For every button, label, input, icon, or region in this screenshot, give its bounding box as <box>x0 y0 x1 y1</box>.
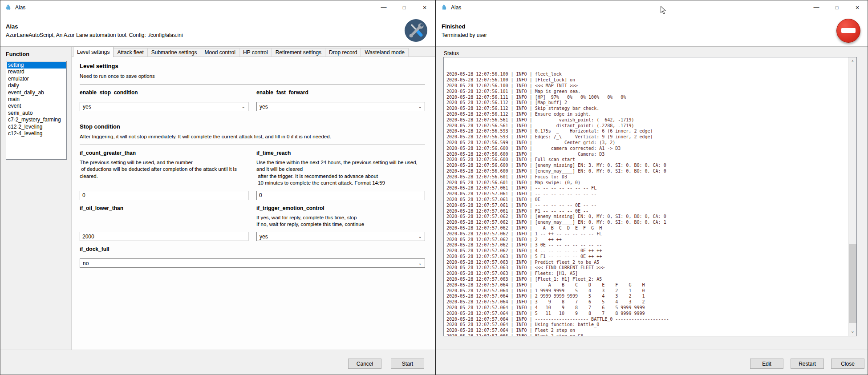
log-line: 2020-05-28 12:07:57.064 | INFO | 4 10 9 … <box>446 305 848 311</box>
tab[interactable]: Level settings <box>73 47 114 57</box>
log-line: 2020-05-28 12:07:57.066 | INFO | Fleet_2… <box>446 334 848 336</box>
log-line: 2020-05-28 12:07:57.063 | INFO | Fleets:… <box>446 271 848 277</box>
maximize-button[interactable]: □ <box>394 0 414 15</box>
if-oil-lower-than-input[interactable] <box>80 232 248 241</box>
field-row: enable_stop_condition yes ⌄ enable_fast_… <box>80 85 425 111</box>
tab[interactable]: Retirement settings <box>272 48 325 56</box>
enable-stop-condition-select[interactable]: yes ⌄ <box>80 102 248 111</box>
window-controls: — □ ✕ <box>373 0 435 15</box>
log-scrollbar[interactable]: ˄ ˅ <box>848 57 856 336</box>
list-item[interactable]: c7-2_mystery_farming <box>7 117 66 123</box>
scroll-down-icon[interactable]: ˅ <box>849 328 856 336</box>
scrollbar-thumb[interactable] <box>849 244 856 323</box>
tab[interactable]: Submarine settings <box>147 48 201 56</box>
selected-value: no <box>83 260 89 266</box>
maximize-button[interactable]: □ <box>827 0 847 15</box>
close-icon: ✕ <box>422 5 426 11</box>
tab[interactable]: Mood control <box>201 48 239 56</box>
log-line: 2020-05-28 12:07:57.062 | INFO | 1 -- ++… <box>446 231 848 237</box>
tab[interactable]: Drop record <box>325 48 361 56</box>
field-row: if_oil_lower_than if_trigger_emotion_con… <box>80 200 425 242</box>
if-time-reach-input[interactable] <box>256 191 425 200</box>
stop-bar <box>841 28 855 32</box>
list-item[interactable]: semi_auto <box>7 110 66 117</box>
restart-button[interactable]: Restart <box>791 359 824 369</box>
log-line: 2020-05-28 12:07:56.112 | INFO | [Map_bu… <box>446 100 848 106</box>
alas-status-window: Alas — □ ✕ Finished Terminated by user S… <box>436 0 868 375</box>
log-line: 2020-05-28 12:07:56.593 | INFO | 0.175s … <box>446 129 848 134</box>
list-item[interactable]: main <box>7 96 66 103</box>
list-item[interactable]: setting <box>7 62 66 69</box>
list-item[interactable]: c12-2_leveling <box>7 124 66 130</box>
section-subtitle-stop-condition: After triggering, it will not stop immed… <box>80 134 425 139</box>
tab-bar: Level settingsAttack fleetSubmarine sett… <box>72 47 435 57</box>
scroll-up-icon[interactable]: ˄ <box>849 57 856 65</box>
alas-logo-icon <box>440 4 447 11</box>
log-line: 2020-05-28 12:07:56.600 | INFO | Camera:… <box>446 152 848 157</box>
field-label-if-dock-full: if_dock_full <box>80 246 425 252</box>
close-button[interactable]: ✕ <box>414 0 435 15</box>
tab-panel-level-settings: Level settings Need to run once to save … <box>72 57 435 350</box>
window-title: Alas <box>451 4 461 11</box>
log-output[interactable]: 2020-05-28 12:07:56.100 | INFO | fleet_l… <box>443 57 857 336</box>
section-subtitle-level-settings: Need to run once to save options <box>80 73 425 79</box>
log-lines: 2020-05-28 12:07:56.100 | INFO | fleet_l… <box>446 57 848 336</box>
log-line: 2020-05-28 12:07:57.064 | INFO | 3 9 8 7… <box>446 299 848 305</box>
cancel-button[interactable]: Cancel <box>348 359 381 369</box>
close-button[interactable]: ✕ <box>847 0 868 15</box>
close-action-button[interactable]: Close <box>831 359 864 369</box>
list-item[interactable]: event_daily_ab <box>7 89 66 96</box>
list-item[interactable]: c12-4_leveling <box>7 130 66 137</box>
minimize-button[interactable]: — <box>806 0 827 15</box>
if-count-greater-than-input[interactable] <box>80 191 248 200</box>
scrollbar-track[interactable] <box>849 65 856 328</box>
log-line: 2020-05-28 12:07:56.600 | INFO | camera … <box>446 146 848 152</box>
run-state-subtitle: Terminated by user <box>442 32 487 38</box>
log-line: 2020-05-28 12:07:56.599 | INFO | Center … <box>446 140 848 146</box>
tab[interactable]: Wasteland mode <box>361 48 409 56</box>
list-item[interactable]: emulator <box>7 76 66 82</box>
log-line: 2020-05-28 12:07:57.064 | INFO | 5 11 10… <box>446 311 848 317</box>
log-line: 2020-05-28 12:07:57.064 | INFO | Using f… <box>446 322 848 328</box>
list-item[interactable]: daily <box>7 82 66 89</box>
status-main: Status 2020-05-28 12:07:56.100 | INFO | … <box>436 47 868 350</box>
enable-fast-forward-select[interactable]: yes ⌄ <box>256 102 425 111</box>
function-label: Function <box>6 51 67 57</box>
field-row: if_count_greater_than The previous setti… <box>80 145 425 200</box>
selected-value: yes <box>260 104 268 110</box>
edit-button[interactable]: Edit <box>750 359 783 369</box>
chevron-down-icon: ⌄ <box>418 234 422 239</box>
field-label-if-oil-lower-than: if_oil_lower_than <box>80 205 248 211</box>
start-button[interactable]: Start <box>391 359 424 369</box>
desktop: Alas — □ ✕ Alas AzurLaneAutoScript, An A… <box>0 0 868 375</box>
log-line: 2020-05-28 12:07:56.601 | INFO | Map swi… <box>446 180 848 186</box>
if-dock-full-select[interactable]: no ⌄ <box>80 258 425 268</box>
list-item[interactable]: event <box>7 103 66 109</box>
tab[interactable]: Attack fleet <box>113 48 147 56</box>
log-line: 2020-05-28 12:07:56.561 | INFO | vanish_… <box>446 117 848 123</box>
log-line: 2020-05-28 12:07:57.062 | INFO | 2 -- ++… <box>446 237 848 243</box>
log-line: 2020-05-28 12:07:57.061 | INFO | -- -- -… <box>446 191 848 197</box>
titlebar[interactable]: Alas — □ ✕ <box>0 0 435 15</box>
log-line: 2020-05-28 12:07:57.064 | INFO | 2 9999 … <box>446 294 848 299</box>
window-controls: — □ ✕ <box>806 0 868 15</box>
alas-logo-icon <box>4 4 12 11</box>
maximize-icon: □ <box>836 5 839 10</box>
log-line: 2020-05-28 12:07:57.063 | INFO | Predict… <box>446 260 848 266</box>
log-line: 2020-05-28 12:07:57.063 | INFO | [Fleet_… <box>446 277 848 282</box>
chevron-down-icon: ⌄ <box>242 105 245 109</box>
log-line: 2020-05-28 12:07:56.100 | INFO | [Fleet_… <box>446 77 848 83</box>
field-help: Use the time within the next 24 hours, t… <box>256 159 425 187</box>
list-item[interactable]: reward <box>7 69 66 75</box>
titlebar[interactable]: Alas — □ ✕ <box>436 0 868 15</box>
function-sidebar: Function settingrewardemulatordailyevent… <box>0 47 72 350</box>
selected-value: yes <box>260 234 268 240</box>
log-line: 2020-05-28 12:07:57.061 | INFO | -- -- -… <box>446 203 848 209</box>
tab[interactable]: HP control <box>239 48 272 56</box>
field-label-enable-fast-forward: enable_fast_forward <box>256 89 425 96</box>
log-line: 2020-05-28 12:07:56.600 | INFO | [enemy_… <box>446 169 848 174</box>
log-line: 2020-05-28 12:07:56.101 | INFO | Map is … <box>446 89 848 95</box>
minimize-button[interactable]: — <box>373 0 394 15</box>
tab-area: Level settingsAttack fleetSubmarine sett… <box>72 47 435 350</box>
if-trigger-emotion-control-select[interactable]: yes ⌄ <box>256 232 425 241</box>
